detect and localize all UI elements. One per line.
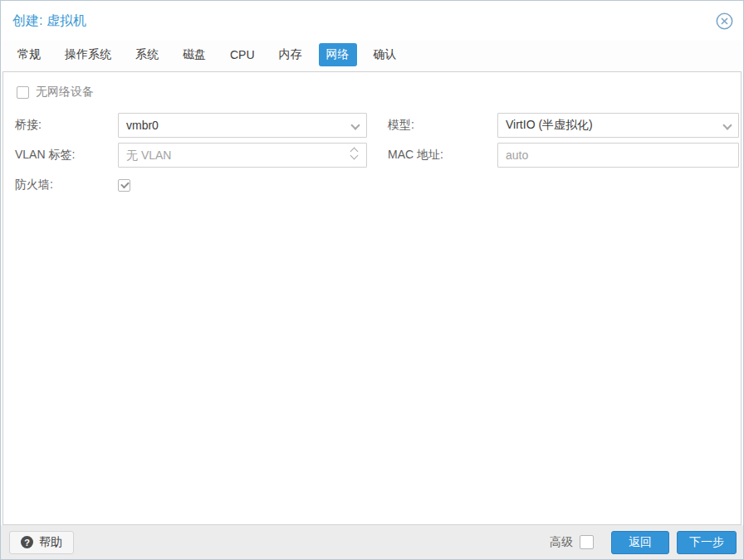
no-network-device-row: 无网络设备 — [17, 85, 729, 100]
model-label: 模型: — [388, 118, 497, 133]
model-input[interactable] — [497, 113, 739, 138]
bridge-input[interactable] — [118, 113, 367, 138]
mac-field — [497, 143, 739, 168]
network-form-panel: 无网络设备 桥接: 模型: VLAN 标签: MAC 地址: — [2, 71, 742, 525]
help-button-label: 帮助 — [39, 535, 62, 550]
close-icon — [716, 12, 733, 30]
dialog-footer: ? 帮助 高级 返回 下一步 — [1, 525, 743, 559]
tab-general[interactable]: 常规 — [10, 43, 48, 66]
wizard-tabbar: 常规 操作系统 系统 磁盘 CPU 内存 网络 确认 — [1, 41, 743, 71]
no-network-device-checkbox[interactable] — [17, 86, 29, 99]
tab-os[interactable]: 操作系统 — [57, 43, 119, 66]
mac-input[interactable] — [497, 143, 739, 168]
advanced-label: 高级 — [550, 535, 573, 550]
firewall-checkbox[interactable] — [118, 179, 130, 192]
no-network-device-label: 无网络设备 — [36, 85, 94, 100]
close-button[interactable] — [715, 12, 733, 30]
back-button[interactable]: 返回 — [611, 531, 669, 554]
help-icon: ? — [21, 536, 33, 548]
bridge-combobox — [118, 113, 367, 138]
vlan-label: VLAN 标签: — [15, 148, 118, 163]
bridge-label: 桥接: — [15, 118, 118, 133]
create-vm-dialog: 创建: 虚拟机 常规 操作系统 系统 磁盘 CPU 内存 网络 确认 无网络设备… — [0, 0, 744, 560]
model-combobox — [497, 113, 739, 138]
vlan-spinnerfield — [118, 143, 367, 168]
dialog-title: 创建: 虚拟机 — [12, 12, 86, 30]
tab-confirm[interactable]: 确认 — [366, 43, 404, 66]
advanced-checkbox[interactable] — [580, 535, 594, 549]
tab-system[interactable]: 系统 — [128, 43, 166, 66]
vlan-input[interactable] — [118, 143, 367, 168]
next-button[interactable]: 下一步 — [677, 531, 737, 554]
tab-network[interactable]: 网络 — [319, 43, 357, 66]
firewall-cell — [118, 179, 367, 192]
tab-cpu[interactable]: CPU — [223, 44, 262, 66]
mac-label: MAC 地址: — [388, 148, 497, 163]
firewall-label: 防火墙: — [15, 178, 118, 192]
dialog-titlebar: 创建: 虚拟机 — [1, 1, 743, 41]
tab-disks[interactable]: 磁盘 — [175, 43, 213, 66]
tab-memory[interactable]: 内存 — [272, 43, 310, 66]
network-form-grid: 桥接: 模型: VLAN 标签: MAC 地址: 防火 — [15, 113, 729, 197]
help-button[interactable]: ? 帮助 — [9, 531, 74, 554]
